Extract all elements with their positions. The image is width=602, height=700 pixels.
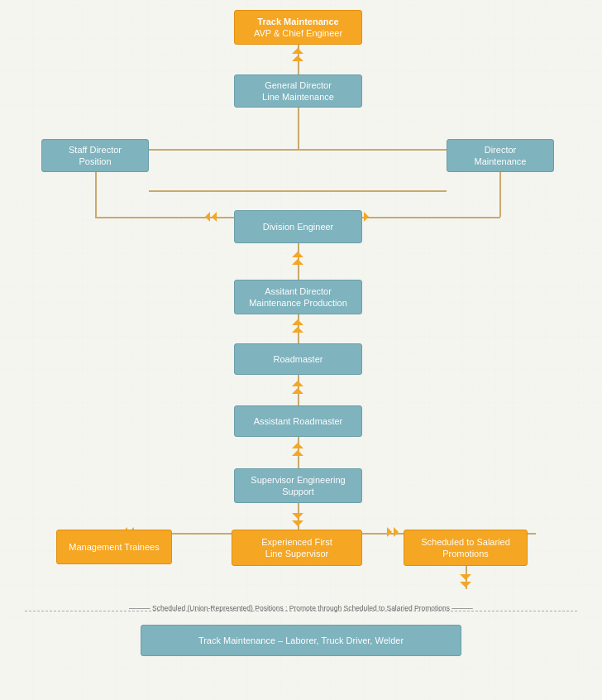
track-maintenance-bottom-box: Track Maintenance – Laborer, Truck Drive… [141,625,461,656]
arrow-up-3 [292,319,303,333]
arrow-to-div-left [205,212,217,222]
staff-director-label: Staff DirectorPosition [69,144,122,168]
director-maintenance-label: DirectorMaintenance [475,144,527,168]
conn-right-v [499,172,501,217]
general-director-label: General DirectorLine Maintenance [262,79,334,103]
conn-left-dash [149,190,298,192]
arrow-up-5 [292,443,303,456]
arrow-up-1 [292,48,303,61]
track-maintenance-bottom-label: Track Maintenance – Laborer, Truck Drive… [198,635,404,646]
scheduled-text: ——— Scheduled (Union-Represented) Positi… [25,604,577,612]
assistant-director-box: Assitant DirectorMaintenance Production [234,280,362,314]
supervisor-engineering-box: Supervisor EngineeringSupport [234,468,362,503]
diagram-container: Track MaintenanceAVP & Chief Engineer Ge… [0,0,602,700]
arrow-up-4 [292,381,303,394]
staff-director-box: Staff DirectorPosition [41,139,149,172]
arrow-sched-down [460,574,471,587]
general-director-box: General DirectorLine Maintenance [234,74,362,108]
arrow-sched-right [387,527,399,537]
track-maintenance-label: Track MaintenanceAVP & Chief Engineer [254,16,342,40]
supervisor-engineering-label: Supervisor EngineeringSupport [251,474,345,498]
arrow-down-exp [292,513,303,526]
management-trainees-label: Management Trainees [69,541,159,553]
division-engineer-box: Division Engineer [234,210,362,243]
conn-right-h2 [361,217,500,218]
conn-right-dash [298,190,447,192]
experienced-supervisor-box: Experienced FirstLine Supervisor [232,530,362,566]
experienced-supervisor-label: Experienced FirstLine Supervisor [261,536,332,560]
division-engineer-label: Division Engineer [263,221,334,233]
assistant-roadmaster-label: Assistant Roadmaster [254,415,343,427]
scheduled-promotions-box: Scheduled to SalariedPromotions [404,530,528,566]
roadmaster-label: Roadmaster [274,353,323,365]
scheduled-promotions-label: Scheduled to SalariedPromotions [421,536,510,560]
management-trainees-box: Management Trainees [56,530,172,564]
director-maintenance-box: DirectorMaintenance [447,139,554,172]
track-maintenance-box: Track MaintenanceAVP & Chief Engineer [234,10,362,45]
arrow-up-2 [292,252,303,265]
assistant-director-label: Assitant DirectorMaintenance Production [249,285,347,309]
roadmaster-box: Roadmaster [234,343,362,375]
assistant-roadmaster-box: Assistant Roadmaster [234,405,362,437]
conn-left-v [95,172,97,217]
conn-2 [298,108,299,149]
